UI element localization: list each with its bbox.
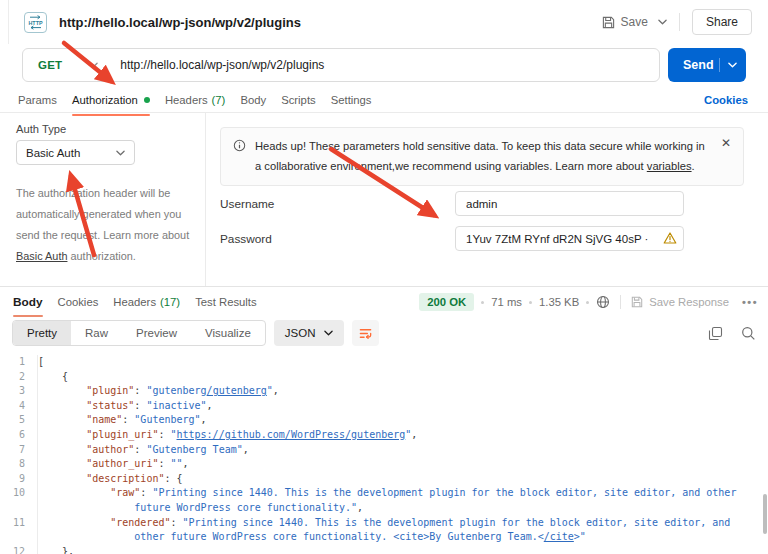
view-raw-button[interactable]: Raw: [71, 321, 122, 345]
method-selector[interactable]: GET: [23, 59, 98, 71]
code-line: 1[: [0, 355, 768, 370]
response-tab-cookies[interactable]: Cookies: [58, 290, 99, 314]
format-select[interactable]: JSON: [274, 320, 345, 346]
auth-type-label: Auth Type: [16, 123, 66, 135]
view-pretty-button[interactable]: Pretty: [13, 321, 71, 345]
meta-separator-dot: [586, 301, 589, 304]
request-topbar: HTTP http://hello.local/wp-json/wp/v2/pl…: [0, 0, 768, 44]
code-line: 11 "rendered": "Printing since 1440. Thi…: [0, 516, 768, 545]
request-url-group: GET http://hello.local/wp-json/wp/v2/plu…: [22, 48, 660, 82]
save-button[interactable]: Save: [602, 15, 648, 29]
tab-headers-label: Headers: [165, 94, 208, 106]
auth-help-text: The authorization header will be automat…: [16, 183, 199, 267]
tab-body[interactable]: Body: [240, 89, 266, 111]
url-input[interactable]: http://hello.local/wp-json/wp/v2/plugins: [120, 58, 324, 72]
vertical-scrollbar[interactable]: [763, 494, 767, 534]
variables-link[interactable]: variables: [647, 160, 692, 172]
response-tab-body[interactable]: Body: [13, 289, 43, 315]
save-response-label: Save Response: [649, 296, 729, 308]
username-input[interactable]: [455, 191, 684, 216]
password-warning-icon: [663, 231, 677, 245]
response-tab-test-results[interactable]: Test Results: [195, 290, 257, 314]
cookies-link[interactable]: Cookies: [704, 94, 748, 106]
response-meta: 200 OK 71 ms 1.35 KB Save Response •: [419, 293, 758, 311]
code-line: 6 "plugin_uri": "https://github.com/Word…: [0, 428, 768, 443]
response-time: 71 ms: [491, 296, 522, 308]
share-button[interactable]: Share: [692, 9, 752, 35]
tab-scripts[interactable]: Scripts: [281, 89, 316, 111]
send-button[interactable]: Send: [668, 48, 746, 82]
line-number: 1: [0, 355, 38, 370]
code-lines: 1[2 {3 "plugin": "gutenberg/gutenberg",4…: [0, 355, 768, 554]
banner-text: Heads up! These parameters hold sensitiv…: [255, 136, 709, 177]
auth-help-body: The authorization header will be automat…: [16, 187, 189, 241]
auth-panel-divider: [205, 113, 206, 286]
meta-separator-dot: [529, 301, 532, 304]
meta-separator-dot: [481, 301, 484, 304]
code-line: 5 "name": "Gutenberg",: [0, 413, 768, 428]
response-body-viewer[interactable]: 1[2 {3 "plugin": "gutenberg/gutenberg",4…: [0, 352, 768, 554]
panel-edge-divider: [8, 0, 9, 44]
network-globe-icon[interactable]: [596, 295, 610, 309]
tab-authorization-label: Authorization: [72, 94, 138, 106]
send-label: Send: [683, 58, 714, 72]
banner-close-icon[interactable]: ✕: [721, 137, 731, 149]
info-icon: [233, 139, 246, 177]
line-number: 6: [0, 428, 38, 443]
tab-authorization[interactable]: Authorization: [72, 89, 150, 111]
view-visualize-button[interactable]: Visualize: [191, 321, 265, 345]
line-number: 3: [0, 384, 38, 399]
save-response-icon: [631, 296, 643, 308]
response-tabs: Body Cookies Headers (17) Test Results: [13, 289, 257, 315]
more-options-icon[interactable]: •••: [742, 296, 758, 308]
code-line: 10 "raw": "Printing since 1440. This is …: [0, 486, 768, 515]
send-options-chevron-icon[interactable]: [719, 58, 737, 72]
code-line: 3 "plugin": "gutenberg/gutenberg",: [0, 384, 768, 399]
password-field-wrapper: [455, 226, 684, 251]
response-header: Body Cookies Headers (17) Test Results 2…: [13, 288, 758, 316]
line-number: 4: [0, 399, 38, 414]
line-number: 5: [0, 413, 38, 428]
save-response-button[interactable]: Save Response: [631, 296, 729, 308]
response-view-bar: Pretty Raw Preview Visualize JSON: [12, 320, 756, 346]
copy-response-icon[interactable]: [708, 326, 723, 341]
code-line: 9 "description": {: [0, 472, 768, 487]
request-title: http://hello.local/wp-json/wp/v2/plugins: [59, 15, 301, 30]
view-preview-button[interactable]: Preview: [122, 321, 191, 345]
auth-type-chevron-icon: [116, 150, 125, 156]
code-line: 8 "author_uri": "",: [0, 457, 768, 472]
tabs-bottom-divider: [0, 112, 768, 113]
line-number: 8: [0, 457, 38, 472]
request-tabs: Params Authorization Headers (7) Body Sc…: [18, 88, 372, 112]
sensitive-data-banner: Heads up! These parameters hold sensitiv…: [220, 127, 744, 186]
password-label: Password: [220, 232, 272, 246]
status-badge: 200 OK: [419, 293, 474, 311]
username-label: Username: [220, 197, 274, 211]
line-number: 10: [0, 486, 38, 515]
method-value: GET: [38, 59, 62, 71]
tab-params[interactable]: Params: [18, 89, 57, 111]
password-input[interactable]: [455, 226, 684, 251]
topbar-divider: [679, 13, 680, 31]
save-options-chevron-icon[interactable]: [658, 19, 667, 25]
auth-type-value: Basic Auth: [26, 147, 116, 159]
auth-type-select[interactable]: Basic Auth: [16, 140, 135, 165]
tab-settings[interactable]: Settings: [331, 89, 372, 111]
view-mode-segmented-control: Pretty Raw Preview Visualize: [12, 320, 266, 346]
line-number: 2: [0, 370, 38, 385]
response-headers-count-badge: (17): [160, 296, 180, 308]
line-number: 11: [0, 516, 38, 545]
code-line: 4 "status": "inactive",: [0, 399, 768, 414]
search-response-icon[interactable]: [741, 326, 756, 341]
banner-text-suffix: .: [692, 160, 695, 172]
response-tab-headers[interactable]: Headers (17): [113, 290, 180, 314]
wrap-lines-button[interactable]: [352, 320, 379, 346]
response-section-divider: [0, 286, 768, 287]
meta-divider: [620, 295, 621, 309]
tab-headers[interactable]: Headers (7): [165, 89, 226, 111]
code-line: 7 "author": "Gutenberg Team",: [0, 443, 768, 458]
basic-auth-link[interactable]: Basic Auth: [16, 250, 67, 262]
svg-text:HTTP: HTTP: [28, 19, 42, 25]
line-number: 12: [0, 545, 38, 554]
http-request-icon: HTTP: [24, 12, 47, 33]
